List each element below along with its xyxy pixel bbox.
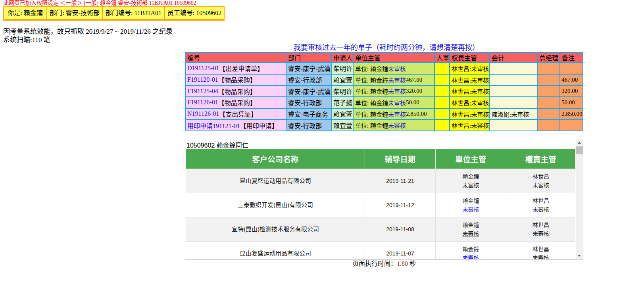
dept-cell: 睿安-康宁-武漢 xyxy=(286,63,331,74)
authority-review-status: 未審核 xyxy=(533,205,549,214)
unit-review-status-link[interactable]: 未审核 xyxy=(388,87,406,95)
dept-cell: 睿安-电子商务 xyxy=(286,109,331,119)
authority-supervisor-cell: 林世昌:未审核 xyxy=(450,63,489,74)
unit-supervisor-name: 单位: 賴金鐘 xyxy=(355,110,388,118)
doc-type-label: 【用印申请】 xyxy=(240,121,278,130)
unit-supervisor-name: 賴金鐘 xyxy=(463,196,479,205)
hr-cell xyxy=(435,63,449,74)
vertical-scrollbar[interactable] xyxy=(576,139,583,259)
applicant-cell: 范子懿 xyxy=(332,97,353,108)
staff-header-1: 辅导日期 xyxy=(365,149,436,169)
performance-note-line1: 因考量系统效能，故只抓取 2019/9/27 ~ 2019/11/26 之纪录 xyxy=(3,27,173,36)
company-name-cell: 昆山复盛运动用品有限公司 xyxy=(186,169,365,193)
authority-supervisor-name: 林世昌 xyxy=(533,172,549,181)
doc-id-link[interactable]: F191125-04 xyxy=(187,88,218,95)
staff-table-row: 宜特(昆山)检测技术服务有限公司2019-11-08賴金鐘未審核林世昌未審核 xyxy=(186,217,575,241)
unit-supervisor-cell: 賴金鐘未審核 xyxy=(436,169,506,193)
doc-id-link[interactable]: N191126-01 xyxy=(187,110,219,117)
doc-id-link[interactable]: D191125-01 xyxy=(187,65,219,72)
coach-date-cell: 2019-11-08 xyxy=(365,217,436,241)
authority-review-status: 未審核 xyxy=(533,181,549,190)
unit-supervisor-cell: 单位: 賴金鐘未審核 xyxy=(354,120,434,131)
staff-header-0: 客户公司名称 xyxy=(186,149,365,169)
staff-scroll-panel[interactable]: 10509602 賴金鐘同仁 客户公司名称辅导日期單位主管權責主管昆山复盛运动用… xyxy=(185,139,583,259)
unit-review-status-link[interactable]: 未审核 xyxy=(388,98,406,107)
scroll-up-icon xyxy=(578,142,581,144)
doc-id-cell: N191126-01【支出凭证】 xyxy=(186,109,286,119)
dept-cell: 睿安-康宁-武漢 xyxy=(286,86,331,96)
scroll-down-icon xyxy=(578,255,581,257)
staff-table-row: 昆山复盛运动用品有限公司2019-11-07賴金鐘未審核林世昌未審核 xyxy=(186,241,575,259)
unit-review-status-link[interactable]: 未審核 xyxy=(388,121,406,129)
doc-type-label: 【出差申请单】 xyxy=(219,63,263,73)
approval-table: 编号部门申请人单位主管人事权责主管会计总经理备注D191125-01【出差申请单… xyxy=(185,52,583,131)
accounting-cell xyxy=(490,97,537,108)
hr-cell xyxy=(435,75,449,85)
approval-header-5: 权责主管 xyxy=(450,53,489,62)
unit-review-status-link[interactable]: 未审核 xyxy=(388,110,406,118)
dept-cell: 睿安-行政部 xyxy=(286,75,331,85)
user-info-strip: 你是: 賴金鐘 部门: 睿安-技術部 部门编号: 11BJTA01 员工编号: … xyxy=(3,6,225,21)
authority-supervisor-cell: 林世昌:未审核 xyxy=(450,86,489,96)
doc-id-cell: F191120-01【物品采购】 xyxy=(186,75,286,85)
remark-cell: 50.00 xyxy=(560,97,582,108)
doc-type-label: 【物品采购】 xyxy=(218,75,256,85)
doc-id-link[interactable]: F191120-01 xyxy=(187,76,218,83)
approval-header-2: 申请人 xyxy=(332,53,353,62)
company-name-cell: 昆山复盛运动用品有限公司 xyxy=(186,241,365,259)
staff-header-2: 單位主管 xyxy=(436,149,506,169)
general-manager-cell xyxy=(538,109,559,119)
dept-cell: 睿安-行政部 xyxy=(286,120,331,131)
unit-review-status[interactable]: 未審核 xyxy=(463,181,479,190)
accounting-cell: 陳淑娟:未审核 xyxy=(490,109,537,119)
doc-id-cell: 用印申请191121-01【用印申请】 xyxy=(186,120,286,131)
general-manager-cell xyxy=(538,120,559,131)
approval-header-4: 人事 xyxy=(435,53,449,62)
doc-type-label: 【物品采购】 xyxy=(218,98,256,107)
staff-table-header-row: 客户公司名称辅导日期單位主管權責主管 xyxy=(186,149,575,169)
unit-review-status[interactable]: 未審核 xyxy=(463,229,479,238)
hr-cell xyxy=(435,86,449,96)
unit-supervisor-cell: 賴金鐘未審核 xyxy=(436,217,506,241)
execution-time-prefix: 页面执行时间： xyxy=(352,260,397,267)
unit-amount: 2,850.00 xyxy=(406,111,427,117)
unit-review-status-link[interactable]: 未審核 xyxy=(463,205,479,214)
scrollbar-thumb[interactable] xyxy=(576,146,583,154)
review-past-year-link[interactable]: 我要审核过去一年的单子（耗时约两分钟，请想清楚再按） xyxy=(294,44,479,52)
authority-supervisor-cell: 林世昌:未審核 xyxy=(450,120,489,131)
authority-supervisor-name: 林世昌 xyxy=(533,196,549,205)
unit-supervisor-cell: 单位: 賴金鐘未审核467.00 xyxy=(354,75,434,85)
staff-table: 客户公司名称辅导日期單位主管權責主管昆山复盛运动用品有限公司2019-11-21… xyxy=(186,149,575,259)
performance-note-line2: 系统扫瞄:110 笔 xyxy=(3,36,173,44)
unit-review-status-link[interactable]: 未审核 xyxy=(388,76,406,84)
unit-amount: 467.00 xyxy=(406,77,422,83)
approval-header-1: 部门 xyxy=(286,53,331,62)
review-link-row: 我要审核过去一年的单子（耗时约两分钟，请想清楚再按） xyxy=(187,44,586,52)
authority-supervisor-name: 林世昌 xyxy=(533,245,549,254)
page-execution-time: 页面执行时间：1.80 秒 xyxy=(185,258,583,268)
remark-cell: 2,850.00 xyxy=(560,109,582,119)
scrollbar-up-button[interactable] xyxy=(576,139,583,146)
authority-supervisor-cell: 林世昌:未审核 xyxy=(450,75,489,85)
staff-panel-title: 10509602 賴金鐘同仁 xyxy=(186,140,248,150)
accounting-cell xyxy=(490,75,537,85)
unit-supervisor-cell: 单位: 賴金鐘未审核320.00 xyxy=(354,86,434,96)
remark-cell: 467.00 xyxy=(560,75,582,85)
hr-cell xyxy=(435,97,449,108)
approval-header-0: 编号 xyxy=(186,53,286,62)
approval-header-7: 总经理 xyxy=(538,53,559,62)
approval-header-8: 备注 xyxy=(560,53,582,62)
doc-id-link[interactable]: 用印申请191121-01 xyxy=(187,121,240,130)
staff-table-row: 三泰敷织开发(昆山)有限公司2019-11-12賴金鐘未審核林世昌未審核 xyxy=(186,193,575,217)
unit-supervisor-name: 单位: 賴金鐘 xyxy=(355,76,388,84)
unit-supervisor-cell: 賴金鐘未審核 xyxy=(436,241,506,259)
authority-supervisor-cell: 林世昌未審核 xyxy=(506,217,575,241)
doc-type-label: 【物品采购】 xyxy=(218,86,256,96)
accounting-cell xyxy=(490,120,537,131)
unit-review-status-link[interactable]: 未审核 xyxy=(388,64,406,73)
doc-id-link[interactable]: F191126-01 xyxy=(187,99,218,106)
authority-supervisor-cell: 林世昌未審核 xyxy=(506,169,575,193)
info-department: 部门: 睿安-技術部 xyxy=(47,7,102,19)
system-performance-note: 因考量系统效能，故只抓取 2019/9/27 ~ 2019/11/26 之纪录 … xyxy=(3,27,173,44)
unit-supervisor-cell: 单位: 賴金鐘未审核2,850.00 xyxy=(354,109,434,119)
